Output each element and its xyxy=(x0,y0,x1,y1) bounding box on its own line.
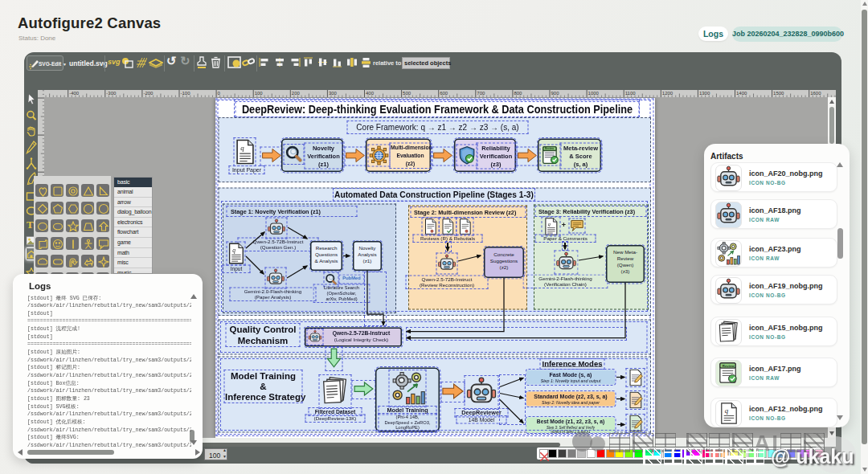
svg-text:1100: 1100 xyxy=(624,90,636,95)
svg-text:0: 0 xyxy=(217,90,220,95)
svg-text:1400: 1400 xyxy=(736,90,747,95)
svg-text:900: 900 xyxy=(551,90,559,95)
svg-text:1300: 1300 xyxy=(698,90,710,95)
svg-text:1500: 1500 xyxy=(773,90,784,95)
svg-text:600: 600 xyxy=(440,90,448,95)
svg-text:700: 700 xyxy=(477,90,485,95)
svg-text:300: 300 xyxy=(328,90,337,95)
svg-text:800: 800 xyxy=(514,90,522,95)
svg-text:-300: -300 xyxy=(106,90,117,95)
svg-text:200: 200 xyxy=(291,90,300,95)
svg-text:1200: 1200 xyxy=(661,90,673,95)
svg-text:100: 100 xyxy=(254,90,263,95)
svg-text:q: q xyxy=(724,406,728,414)
svg-text:400: 400 xyxy=(366,90,375,95)
svg-text:1000: 1000 xyxy=(588,90,599,95)
svg-text:-100: -100 xyxy=(180,90,190,95)
svg-text:1600: 1600 xyxy=(810,90,821,95)
svg-text:-200: -200 xyxy=(143,90,154,95)
svg-text:500: 500 xyxy=(403,90,411,95)
svg-text:-400: -400 xyxy=(69,90,80,95)
svg-text:T: T xyxy=(27,219,34,230)
svg-text:Review: Review xyxy=(722,363,735,367)
